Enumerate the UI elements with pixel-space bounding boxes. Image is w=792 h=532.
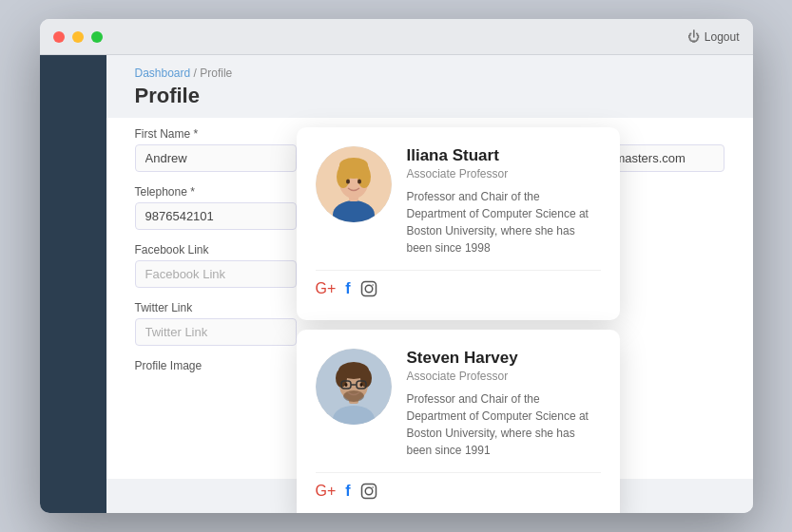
svg-point-11 — [365, 285, 373, 293]
card-info-2: Steven Harvey Associate Professor Profes… — [407, 349, 601, 459]
twitter-label: Twitter Link — [135, 301, 297, 314]
instagram-icon-1[interactable] — [360, 280, 377, 301]
card-social-2: G+ f — [316, 472, 601, 504]
facebook-label: Facebook Link — [135, 243, 297, 256]
first-name-group: First Name * — [135, 127, 297, 172]
logout-label: Logout — [705, 30, 740, 44]
breadcrumb-current: Profile — [200, 66, 232, 80]
cards-overlay: Iliana Stuart Associate Professor Profes… — [297, 127, 620, 513]
breadcrumb: Dashboard / Profile — [135, 66, 724, 80]
card-bio-1: Professor and Chair of the Department of… — [407, 188, 601, 256]
telephone-group: Telephone * — [135, 185, 297, 230]
card-inner-1: Iliana Stuart Associate Professor Profes… — [316, 146, 601, 256]
facebook-icon-1[interactable]: f — [345, 280, 350, 301]
breadcrumb-separator: / — [190, 66, 200, 80]
google-plus-icon-1[interactable]: G+ — [316, 280, 337, 301]
facebook-group: Facebook Link — [135, 243, 297, 288]
profile-card-1: Iliana Stuart Associate Professor Profes… — [297, 127, 620, 320]
svg-point-9 — [357, 180, 361, 184]
profile-card-2: Steven Harvey Associate Professor Profes… — [297, 330, 620, 513]
instagram-icon-2[interactable] — [360, 483, 377, 504]
form-area: First Name * Email * Telephone * — [106, 118, 753, 479]
close-dot[interactable] — [53, 31, 65, 43]
card-name-2: Steven Harvey — [407, 349, 601, 368]
page-header: Dashboard / Profile Profile — [106, 55, 753, 118]
logout-button[interactable]: ⏻ Logout — [687, 29, 740, 44]
page-title: Profile — [135, 84, 724, 108]
svg-point-24 — [344, 383, 347, 387]
card-social-1: G+ f — [316, 270, 601, 301]
avatar-iliana — [316, 146, 392, 222]
telephone-input[interactable] — [135, 202, 297, 230]
facebook-icon-2[interactable]: f — [345, 483, 350, 504]
google-plus-icon-2[interactable]: G+ — [316, 483, 337, 504]
card-title-2: Associate Professor — [407, 370, 601, 383]
svg-point-8 — [346, 180, 350, 184]
telephone-label: Telephone * — [135, 185, 297, 199]
breadcrumb-home[interactable]: Dashboard — [135, 66, 191, 80]
svg-point-12 — [372, 284, 374, 286]
twitter-group: Twitter Link — [135, 301, 297, 346]
first-name-label: First Name * — [135, 127, 297, 141]
card-bio-2: Professor and Chair of the Department of… — [407, 390, 601, 459]
maximize-dot[interactable] — [91, 31, 103, 43]
power-icon: ⏻ — [687, 29, 700, 44]
svg-point-20 — [343, 390, 364, 402]
first-name-input[interactable] — [135, 144, 297, 172]
card-info-1: Iliana Stuart Associate Professor Profes… — [407, 146, 601, 256]
minimize-dot[interactable] — [72, 31, 84, 43]
svg-point-28 — [372, 486, 374, 488]
facebook-input[interactable] — [135, 260, 297, 288]
svg-rect-10 — [361, 282, 376, 296]
avatar-steven — [316, 349, 392, 425]
app-window: ⏻ Logout Dashboard / Profile Profile Fir… — [40, 19, 753, 513]
card-inner-2: Steven Harvey Associate Professor Profes… — [316, 349, 601, 459]
svg-rect-26 — [361, 484, 376, 499]
svg-point-27 — [365, 487, 373, 495]
content-area: Dashboard / Profile Profile First Name *… — [40, 55, 753, 513]
sidebar — [40, 55, 106, 513]
svg-point-7 — [339, 158, 368, 173]
profile-image-label: Profile Image — [135, 359, 287, 372]
twitter-input[interactable] — [135, 318, 297, 346]
svg-point-25 — [359, 383, 362, 387]
titlebar: ⏻ Logout — [40, 19, 753, 55]
card-name-1: Iliana Stuart — [407, 146, 601, 165]
card-title-1: Associate Professor — [407, 167, 601, 180]
main-content: Dashboard / Profile Profile First Name *… — [106, 55, 753, 513]
profile-image-group: Profile Image — [135, 359, 287, 376]
